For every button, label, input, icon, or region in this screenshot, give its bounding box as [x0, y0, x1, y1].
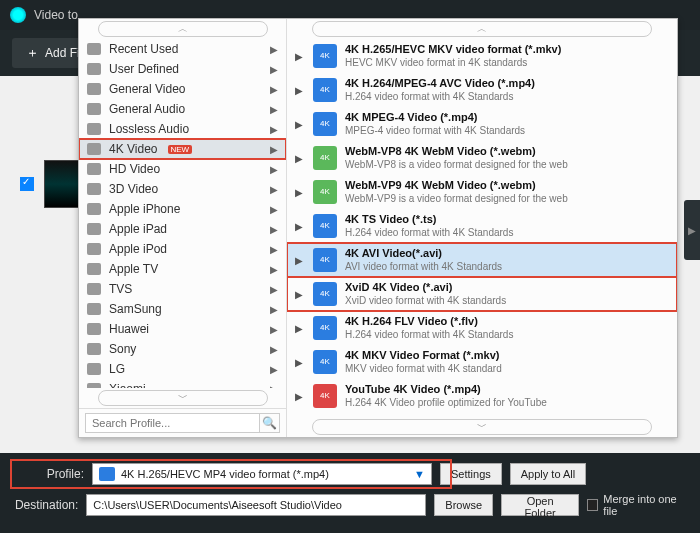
format-item[interactable]: ▶4K4K MKV Video Format (*.mkv)MKV video … [287, 345, 677, 379]
chevron-right-icon: ▶ [270, 124, 278, 135]
category-label: Recent Used [109, 42, 178, 56]
expand-icon[interactable]: ▶ [295, 153, 305, 164]
category-icon [87, 143, 101, 155]
format-item[interactable]: ▶4KWebM-VP8 4K WebM Video (*.webm)WebM-V… [287, 141, 677, 175]
format-badge-icon: 4K [313, 248, 337, 272]
category-label: Huawei [109, 322, 149, 336]
category-item[interactable]: 4K VideoNEW▶ [79, 139, 286, 159]
category-item[interactable]: 3D Video▶ [79, 179, 286, 199]
category-label: Apple iPod [109, 242, 167, 256]
category-label: SamSung [109, 302, 162, 316]
open-folder-button[interactable]: Open Folder [501, 494, 579, 516]
chevron-right-icon: ▶ [270, 164, 278, 175]
scroll-up-button[interactable]: ︿ [98, 21, 268, 37]
chevron-right-icon: ▶ [270, 384, 278, 389]
category-item[interactable]: Lossless Audio▶ [79, 119, 286, 139]
expand-icon[interactable]: ▶ [295, 187, 305, 198]
settings-button[interactable]: Settings [440, 463, 502, 485]
file-item[interactable] [20, 160, 80, 208]
format-item[interactable]: ▶4KYouTube 4K Video (*.mp4)H.264 4K Vide… [287, 379, 677, 413]
format-subtitle: MKV video format with 4K standard [345, 363, 502, 375]
format-subtitle: WebM-VP9 is a video format designed for … [345, 193, 568, 205]
category-item[interactable]: Apple iPod▶ [79, 239, 286, 259]
category-item[interactable]: TVS▶ [79, 279, 286, 299]
category-icon [87, 63, 101, 75]
expand-icon[interactable]: ▶ [295, 357, 305, 368]
category-item[interactable]: Apple iPhone▶ [79, 199, 286, 219]
expand-icon[interactable]: ▶ [295, 323, 305, 334]
category-item[interactable]: Xiaomi▶ [79, 379, 286, 388]
format-title: 4K MPEG-4 Video (*.mp4) [345, 111, 525, 124]
format-badge-icon: 4K [313, 146, 337, 170]
category-label: Sony [109, 342, 136, 356]
format-title: WebM-VP8 4K WebM Video (*.webm) [345, 145, 568, 158]
format-item[interactable]: ▶4KWebM-VP9 4K WebM Video (*.webm)WebM-V… [287, 175, 677, 209]
destination-label: Destination: [14, 498, 78, 512]
format-badge-icon: 4K [313, 180, 337, 204]
preview-panel-handle[interactable]: ▶ [684, 200, 700, 260]
format-title: 4K MKV Video Format (*.mkv) [345, 349, 502, 362]
format-badge-icon: 4K [313, 350, 337, 374]
expand-icon[interactable]: ▶ [295, 391, 305, 402]
format-title: 4K H.264 FLV Video (*.flv) [345, 315, 513, 328]
format-badge-icon: 4K [313, 44, 337, 68]
category-label: General Audio [109, 102, 185, 116]
category-item[interactable]: SamSung▶ [79, 299, 286, 319]
scroll-up-button[interactable]: ︿ [312, 21, 652, 37]
expand-icon[interactable]: ▶ [295, 119, 305, 130]
expand-icon[interactable]: ▶ [295, 51, 305, 62]
format-title: 4K H.264/MPEG-4 AVC Video (*.mp4) [345, 77, 535, 90]
category-icon [87, 83, 101, 95]
expand-icon[interactable]: ▶ [295, 289, 305, 300]
category-item[interactable]: LG▶ [79, 359, 286, 379]
expand-icon[interactable]: ▶ [295, 255, 305, 266]
profile-flyout: ︿ Recent Used▶User Defined▶General Video… [78, 18, 678, 438]
plus-icon: ＋ [26, 44, 39, 62]
profile-value: 4K H.265/HEVC MP4 video format (*.mp4) [121, 468, 329, 480]
format-title: 4K H.265/HEVC MKV video format (*.mkv) [345, 43, 561, 56]
scroll-down-button[interactable]: ﹀ [312, 419, 652, 435]
format-item[interactable]: ▶4K4K TS Video (*.ts)H.264 video format … [287, 209, 677, 243]
format-item[interactable]: ▶4K4K H.264/MPEG-4 AVC Video (*.mp4)H.26… [287, 73, 677, 107]
format-item[interactable]: ▶4K4K H.264 FLV Video (*.flv)H.264 video… [287, 311, 677, 345]
category-item[interactable]: HD Video▶ [79, 159, 286, 179]
browse-button[interactable]: Browse [434, 494, 493, 516]
format-badge-icon: 4K [313, 214, 337, 238]
category-item[interactable]: User Defined▶ [79, 59, 286, 79]
format-item[interactable]: ▶4KXviD 4K Video (*.avi)XviD video forma… [287, 277, 677, 311]
format-item[interactable]: ▶4K4K MPEG-4 Video (*.mp4)MPEG-4 video f… [287, 107, 677, 141]
video-thumbnail[interactable] [44, 160, 80, 208]
category-item[interactable]: Apple TV▶ [79, 259, 286, 279]
category-item[interactable]: General Audio▶ [79, 99, 286, 119]
profile-dropdown[interactable]: 4K H.265/HEVC MP4 video format (*.mp4) ▼ [92, 463, 432, 485]
format-title: XviD 4K Video (*.avi) [345, 281, 506, 294]
scroll-down-button[interactable]: ﹀ [98, 390, 268, 406]
apply-all-button[interactable]: Apply to All [510, 463, 586, 485]
chevron-right-icon: ▶ [270, 264, 278, 275]
category-item[interactable]: General Video▶ [79, 79, 286, 99]
category-item[interactable]: Huawei▶ [79, 319, 286, 339]
profile-label: Profile: [14, 467, 84, 481]
format-badge-icon: 4K [313, 316, 337, 340]
app-logo-icon [10, 7, 26, 23]
category-item[interactable]: Sony▶ [79, 339, 286, 359]
search-icon[interactable]: 🔍 [260, 413, 280, 433]
format-subtitle: HEVC MKV video format in 4K standards [345, 57, 561, 69]
category-label: 3D Video [109, 182, 158, 196]
category-panel: ︿ Recent Used▶User Defined▶General Video… [79, 19, 287, 437]
file-checkbox[interactable] [20, 177, 34, 191]
expand-icon[interactable]: ▶ [295, 221, 305, 232]
format-badge-icon: 4K [313, 384, 337, 408]
destination-input[interactable] [86, 494, 426, 516]
category-label: Apple iPad [109, 222, 167, 236]
format-item[interactable]: ▶4K4K H.265/HEVC MKV video format (*.mkv… [287, 39, 677, 73]
format-subtitle: H.264 video format with 4K Standards [345, 91, 535, 103]
format-item[interactable]: ▶4K4K AVI Video(*.avi)AVI video format w… [287, 243, 677, 277]
chevron-down-icon[interactable]: ▼ [414, 468, 425, 480]
expand-icon[interactable]: ▶ [295, 85, 305, 96]
search-input[interactable] [85, 413, 260, 433]
category-item[interactable]: Apple iPad▶ [79, 219, 286, 239]
merge-checkbox[interactable]: Merge into one file [587, 493, 686, 517]
category-icon [87, 223, 101, 235]
category-item[interactable]: Recent Used▶ [79, 39, 286, 59]
